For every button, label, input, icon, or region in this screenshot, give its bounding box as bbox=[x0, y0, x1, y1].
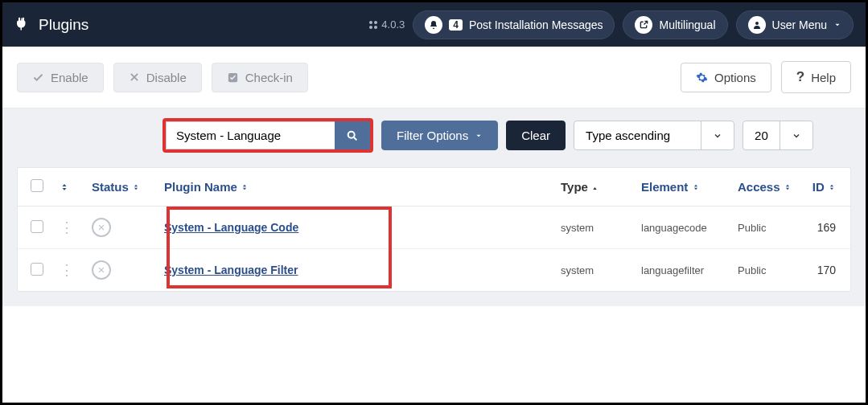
drag-handle[interactable]: ⋮ bbox=[60, 219, 73, 235]
joomla-version: 4.0.3 bbox=[368, 18, 405, 31]
search-icon bbox=[346, 129, 359, 142]
column-id[interactable]: ID bbox=[802, 168, 850, 207]
row-element: languagefilter bbox=[633, 249, 730, 292]
chevron-down-icon bbox=[833, 21, 841, 29]
column-ordering[interactable] bbox=[51, 168, 84, 207]
user-icon bbox=[748, 16, 766, 34]
svg-rect-1 bbox=[23, 17, 24, 21]
drag-handle[interactable]: ⋮ bbox=[60, 262, 73, 278]
search-button[interactable] bbox=[335, 121, 370, 149]
table-row: ⋮ System - Language Filter system langua… bbox=[18, 249, 850, 292]
row-id: 169 bbox=[802, 207, 850, 249]
column-type[interactable]: Type bbox=[553, 168, 633, 207]
plugin-link[interactable]: System - Language Filter bbox=[164, 264, 298, 276]
row-type: system bbox=[553, 249, 633, 292]
svg-point-2 bbox=[369, 21, 372, 24]
check-icon bbox=[32, 72, 44, 84]
page-title: Plugins bbox=[39, 16, 88, 34]
search-highlight bbox=[162, 118, 373, 153]
top-bar: Plugins 4.0.3 4 Post Installation Messag… bbox=[2, 2, 866, 47]
status-toggle[interactable] bbox=[92, 218, 111, 237]
chevron-down-icon bbox=[780, 131, 812, 141]
column-plugin-name[interactable]: Plugin Name bbox=[156, 168, 553, 207]
bell-icon bbox=[425, 16, 442, 34]
post-install-messages-button[interactable]: 4 Post Installation Messages bbox=[413, 10, 615, 39]
svg-point-5 bbox=[374, 26, 377, 29]
help-button[interactable]: ? Help bbox=[781, 61, 851, 93]
chevron-down-icon bbox=[475, 132, 483, 140]
action-toolbar: Enable Disable Check-in Options ? Help bbox=[2, 47, 866, 108]
gear-icon bbox=[696, 72, 708, 84]
svg-point-4 bbox=[369, 26, 372, 29]
options-button[interactable]: Options bbox=[681, 63, 771, 92]
column-status[interactable]: Status bbox=[84, 168, 156, 207]
row-checkbox[interactable] bbox=[31, 263, 43, 276]
notif-count: 4 bbox=[449, 19, 463, 31]
select-all-checkbox[interactable] bbox=[31, 179, 43, 192]
plugin-link[interactable]: System - Language Code bbox=[164, 221, 298, 234]
chevron-down-icon bbox=[701, 131, 734, 141]
checkbox-icon bbox=[227, 72, 239, 84]
x-icon bbox=[129, 72, 140, 83]
svg-point-3 bbox=[374, 21, 377, 24]
search-input[interactable] bbox=[166, 121, 335, 149]
checkin-button[interactable]: Check-in bbox=[212, 63, 308, 92]
plugins-table: Status Plugin Name Type Element Access I… bbox=[17, 167, 851, 292]
user-menu-button[interactable]: User Menu bbox=[736, 10, 854, 39]
status-toggle[interactable] bbox=[92, 260, 111, 280]
column-access[interactable]: Access bbox=[730, 168, 802, 207]
column-element[interactable]: Element bbox=[633, 168, 730, 207]
external-link-icon bbox=[635, 16, 652, 34]
row-id: 170 bbox=[802, 249, 850, 292]
svg-point-8 bbox=[348, 131, 355, 137]
table-row: ⋮ System - Language Code system language… bbox=[18, 207, 850, 249]
sort-select[interactable]: Type ascending bbox=[574, 121, 734, 150]
question-icon: ? bbox=[796, 69, 804, 85]
row-element: languagecode bbox=[633, 207, 730, 249]
row-access: Public bbox=[730, 207, 802, 249]
svg-point-6 bbox=[755, 22, 759, 25]
svg-rect-0 bbox=[19, 17, 20, 21]
enable-button[interactable]: Enable bbox=[17, 63, 104, 92]
limit-select[interactable]: 20 bbox=[743, 121, 813, 150]
disable-button[interactable]: Disable bbox=[113, 63, 202, 92]
plug-icon bbox=[14, 17, 31, 33]
row-type: system bbox=[553, 207, 633, 249]
row-checkbox[interactable] bbox=[31, 220, 43, 233]
row-access: Public bbox=[730, 249, 802, 292]
multilingual-button[interactable]: Multilingual bbox=[623, 10, 727, 39]
filter-options-button[interactable]: Filter Options bbox=[381, 121, 498, 150]
filter-row: Filter Options Clear Type ascending 20 bbox=[17, 118, 851, 153]
clear-button[interactable]: Clear bbox=[506, 121, 566, 150]
content-area: Filter Options Clear Type ascending 20 S… bbox=[2, 108, 866, 306]
